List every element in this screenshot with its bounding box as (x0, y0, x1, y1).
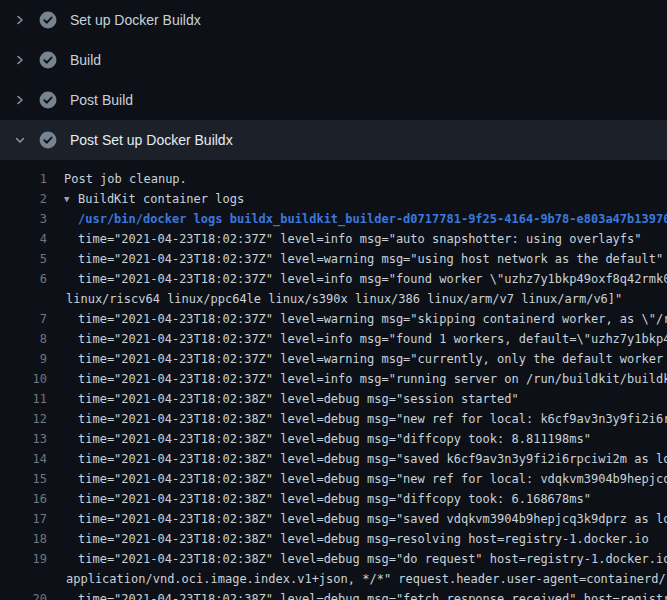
log-text: time="2021-04-23T18:02:38Z" level=debug … (78, 409, 667, 429)
step-header-set-up-docker-buildx[interactable]: Set up Docker Buildx (0, 0, 667, 40)
line-number[interactable]: 18 (0, 529, 47, 549)
log-row: 4time="2021-04-23T18:02:37Z" level=info … (0, 229, 667, 249)
log-text: time="2021-04-23T18:02:37Z" level=warnin… (78, 349, 667, 369)
log-row: 15time="2021-04-23T18:02:38Z" level=debu… (0, 469, 667, 489)
line-number[interactable]: 1 (0, 169, 47, 189)
check-circle-icon (39, 51, 57, 69)
command-text: /usr/bin/docker logs buildx_buildkit_bui… (78, 209, 667, 229)
log-row: 2▼BuildKit container logs (0, 189, 667, 209)
chevron-right-icon[interactable] (12, 54, 28, 66)
line-number[interactable]: 3 (0, 209, 47, 229)
log-row: application/vnd.oci.image.index.v1+json,… (0, 569, 667, 589)
log-text: application/vnd.oci.image.index.v1+json,… (66, 569, 667, 589)
step-list: Set up Docker Buildx Build Post Build (0, 0, 667, 160)
log-row: 1Post job cleanup. (0, 169, 667, 189)
line-number[interactable]: 13 (0, 429, 47, 449)
line-number[interactable]: 14 (0, 449, 47, 469)
log-text: time="2021-04-23T18:02:37Z" level=warnin… (78, 249, 663, 269)
log-row: 3/usr/bin/docker logs buildx_buildkit_bu… (0, 209, 667, 229)
log-text: time="2021-04-23T18:02:38Z" level=debug … (78, 509, 667, 529)
line-number[interactable]: 5 (0, 249, 47, 269)
log-text: time="2021-04-23T18:02:37Z" level=warnin… (78, 309, 667, 329)
log-text: time="2021-04-23T18:02:38Z" level=debug … (78, 529, 649, 549)
line-number[interactable]: 8 (0, 329, 47, 349)
log-text: time="2021-04-23T18:02:37Z" level=info m… (78, 369, 667, 389)
step-title: Post Build (70, 92, 133, 108)
line-number[interactable]: 6 (0, 269, 47, 289)
step-header-post-set-up-docker-buildx[interactable]: Post Set up Docker Buildx (0, 120, 667, 160)
log-text: time="2021-04-23T18:02:38Z" level=debug … (78, 549, 667, 569)
line-number[interactable]: 2 (0, 189, 47, 209)
log-text: linux/riscv64 linux/ppc64le linux/s390x … (66, 289, 622, 309)
chevron-right-icon[interactable] (12, 14, 28, 26)
line-number[interactable]: 16 (0, 489, 47, 509)
line-number[interactable]: 9 (0, 349, 47, 369)
line-number[interactable]: 17 (0, 509, 47, 529)
log-rows: 1Post job cleanup.2▼BuildKit container l… (0, 160, 667, 600)
line-number (0, 289, 47, 309)
log-row: 16time="2021-04-23T18:02:38Z" level=debu… (0, 489, 667, 509)
line-number[interactable]: 15 (0, 469, 47, 489)
log-row: 12time="2021-04-23T18:02:38Z" level=debu… (0, 409, 667, 429)
log-row: 18time="2021-04-23T18:02:38Z" level=debu… (0, 529, 667, 549)
line-number[interactable]: 10 (0, 369, 47, 389)
log-text: Post job cleanup. (64, 169, 187, 189)
log-row: 9time="2021-04-23T18:02:37Z" level=warni… (0, 349, 667, 369)
line-number[interactable]: 19 (0, 549, 47, 569)
chevron-down-icon[interactable] (12, 134, 28, 146)
actions-log-viewer: Set up Docker Buildx Build Post Build (0, 0, 667, 600)
log-text: time="2021-04-23T18:02:38Z" level=debug … (78, 469, 667, 489)
log-row: 8time="2021-04-23T18:02:37Z" level=info … (0, 329, 667, 349)
log-text: time="2021-04-23T18:02:38Z" level=debug … (78, 489, 591, 509)
log-row: 7time="2021-04-23T18:02:37Z" level=warni… (0, 309, 667, 329)
step-title: Post Set up Docker Buildx (70, 132, 233, 148)
line-number[interactable]: 11 (0, 389, 47, 409)
log-text: time="2021-04-23T18:02:38Z" level=debug … (78, 389, 519, 409)
step-title: Set up Docker Buildx (70, 12, 201, 28)
log-row: 10time="2021-04-23T18:02:37Z" level=info… (0, 369, 667, 389)
log-text[interactable]: BuildKit container logs (78, 189, 244, 209)
line-number (0, 569, 47, 589)
log-row: 11time="2021-04-23T18:02:38Z" level=debu… (0, 389, 667, 409)
line-number[interactable]: 20 (0, 589, 47, 600)
chevron-right-icon[interactable] (12, 94, 28, 106)
line-number[interactable]: 7 (0, 309, 47, 329)
log-text: time="2021-04-23T18:02:38Z" level=debug … (78, 429, 591, 449)
log-row: 5time="2021-04-23T18:02:37Z" level=warni… (0, 249, 667, 269)
check-circle-icon (39, 131, 57, 149)
check-circle-icon (39, 11, 57, 29)
log-row: 20time="2021-04-23T18:02:38Z" level=debu… (0, 589, 667, 600)
log-row: linux/riscv64 linux/ppc64le linux/s390x … (0, 289, 667, 309)
log-text: time="2021-04-23T18:02:38Z" level=debug … (78, 449, 667, 469)
group-toggle-icon[interactable]: ▼ (64, 189, 78, 209)
step-header-build[interactable]: Build (0, 40, 667, 80)
log-row: 19time="2021-04-23T18:02:38Z" level=debu… (0, 549, 667, 569)
log-row: 6time="2021-04-23T18:02:37Z" level=info … (0, 269, 667, 289)
line-number[interactable]: 4 (0, 229, 47, 249)
log-row: 13time="2021-04-23T18:02:38Z" level=debu… (0, 429, 667, 449)
line-number[interactable]: 12 (0, 409, 47, 429)
log-text: time="2021-04-23T18:02:37Z" level=info m… (78, 329, 667, 349)
step-title: Build (70, 52, 101, 68)
check-circle-icon (39, 91, 57, 109)
step-header-post-build[interactable]: Post Build (0, 80, 667, 120)
log-row: 14time="2021-04-23T18:02:38Z" level=debu… (0, 449, 667, 469)
log-text: time="2021-04-23T18:02:37Z" level=info m… (78, 269, 667, 289)
log-row: 17time="2021-04-23T18:02:38Z" level=debu… (0, 509, 667, 529)
log-text: time="2021-04-23T18:02:38Z" level=debug … (78, 589, 667, 600)
log-text: time="2021-04-23T18:02:37Z" level=info m… (78, 229, 642, 249)
